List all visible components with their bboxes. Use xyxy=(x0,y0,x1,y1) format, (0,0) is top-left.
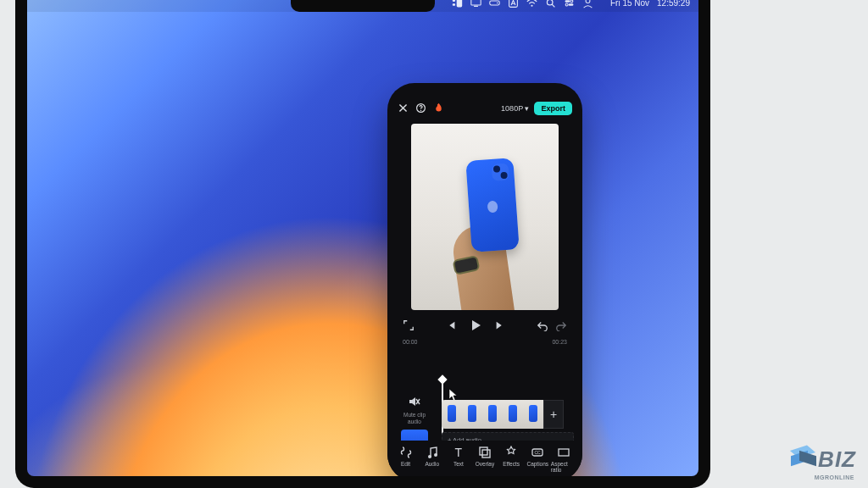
svg-rect-4 xyxy=(474,5,478,6)
tool-aspect-ratio[interactable]: Aspect ratio xyxy=(551,446,577,473)
menubar-time[interactable]: 12:59:29 xyxy=(657,0,690,12)
time-total: 00:23 xyxy=(552,339,567,345)
svg-rect-11 xyxy=(565,0,570,2)
preview-blue-phone xyxy=(465,158,519,252)
mute-label: Mute clip audio xyxy=(403,412,426,424)
add-clip-button[interactable]: + xyxy=(543,400,564,429)
svg-point-15 xyxy=(586,0,590,3)
watermark-cube-icon xyxy=(791,448,815,472)
tool-effects-label: Effects xyxy=(503,461,520,467)
mute-icon[interactable] xyxy=(396,395,433,410)
tool-effects[interactable]: Effects xyxy=(498,446,525,473)
stage-manager-icon[interactable] xyxy=(452,0,463,12)
input-source-icon[interactable] xyxy=(508,0,519,12)
svg-rect-3 xyxy=(471,0,481,4)
preview-camera-bump xyxy=(492,164,509,181)
spotlight-icon[interactable] xyxy=(545,0,556,12)
tool-audio-label: Audio xyxy=(425,461,439,467)
svg-point-9 xyxy=(547,0,553,4)
svg-point-20 xyxy=(428,455,431,458)
undo-icon[interactable] xyxy=(537,319,548,335)
svg-point-21 xyxy=(434,453,437,457)
tool-overlay[interactable]: Overlay xyxy=(471,446,498,473)
control-center-icon[interactable] xyxy=(564,0,575,12)
display-notch xyxy=(291,0,435,12)
close-icon[interactable] xyxy=(398,103,409,115)
wifi-icon[interactable] xyxy=(526,0,537,12)
tool-captions-label: Captions xyxy=(526,461,548,467)
editor-topbar: 1080P ▾ Export xyxy=(387,83,582,122)
svg-rect-23 xyxy=(482,450,490,458)
svg-rect-22 xyxy=(480,447,487,455)
tool-text-label: Text xyxy=(453,461,464,467)
disk-icon[interactable] xyxy=(489,0,500,12)
desktop-screen: Fri 15 Nov 12:59:29 1080P ▾ Export xyxy=(27,0,698,476)
svg-point-6 xyxy=(497,2,498,3)
clip-thumb[interactable] xyxy=(523,400,543,429)
tool-overlay-label: Overlay xyxy=(476,461,494,467)
menubar-date[interactable]: Fri 15 Nov xyxy=(610,0,649,12)
preview-apple-logo xyxy=(487,201,498,214)
svg-text:CC: CC xyxy=(535,450,542,455)
play-button[interactable] xyxy=(469,319,482,336)
watermark: BIZ MGRONLINE xyxy=(791,446,856,473)
next-keyframe-icon[interactable] xyxy=(494,319,506,335)
svg-line-10 xyxy=(552,4,554,7)
svg-rect-0 xyxy=(453,0,455,1)
tool-edit[interactable]: Edit xyxy=(392,446,419,473)
phone-mirror-window[interactable]: 1080P ▾ Export xyxy=(387,83,582,476)
clip-thumb[interactable] xyxy=(503,400,523,429)
svg-rect-2 xyxy=(457,0,463,7)
laptop-frame: Fri 15 Nov 12:59:29 1080P ▾ Export xyxy=(15,0,710,488)
help-icon[interactable] xyxy=(415,103,426,115)
text-icon: T xyxy=(452,446,465,459)
tool-text[interactable]: T Text xyxy=(445,446,471,473)
svg-point-14 xyxy=(565,3,568,6)
time-current: 00:00 xyxy=(403,339,418,345)
tool-aspect-label: Aspect ratio xyxy=(551,461,577,473)
svg-point-12 xyxy=(570,0,573,2)
tool-captions[interactable]: CC Captions xyxy=(525,446,551,473)
video-clip-strip[interactable]: + xyxy=(442,400,574,429)
redo-icon[interactable] xyxy=(555,319,567,335)
tool-edit-label: Edit xyxy=(401,461,410,467)
svg-rect-26 xyxy=(559,449,569,456)
watermark-sub: MGRONLINE xyxy=(815,474,854,480)
svg-point-17 xyxy=(420,109,421,110)
clip-thumb[interactable] xyxy=(462,400,482,429)
prev-keyframe-icon[interactable] xyxy=(445,319,457,335)
svg-rect-13 xyxy=(569,3,574,5)
bottom-toolbar: Edit Audio T Text Overlay Effects xyxy=(387,441,582,476)
transport-bar xyxy=(387,315,582,337)
user-icon[interactable] xyxy=(582,0,593,12)
video-preview[interactable] xyxy=(411,124,559,310)
watermark-brand: BIZ xyxy=(818,446,856,473)
fullscreen-icon[interactable] xyxy=(403,319,415,335)
export-button[interactable]: Export xyxy=(534,102,572,115)
svg-rect-1 xyxy=(453,3,455,5)
tool-audio[interactable]: Audio xyxy=(419,446,445,473)
display-mirror-icon[interactable] xyxy=(470,0,481,12)
svg-point-8 xyxy=(531,4,532,6)
clip-thumb[interactable] xyxy=(442,400,462,429)
resolution-dropdown[interactable]: 1080P ▾ xyxy=(501,104,529,113)
clip-thumb[interactable] xyxy=(482,400,503,429)
time-indicator: 00:00 00:23 xyxy=(387,337,582,350)
flame-icon[interactable] xyxy=(433,103,444,115)
